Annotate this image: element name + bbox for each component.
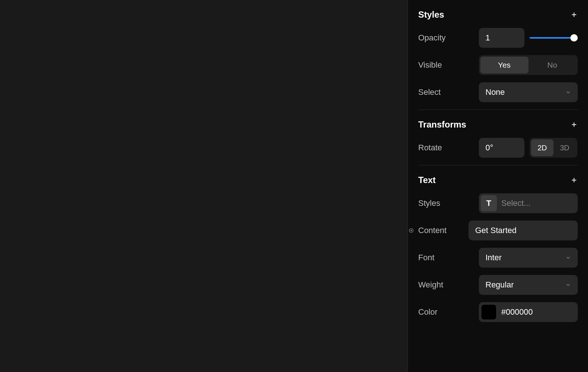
rotate-3d-button[interactable]: 3D	[553, 139, 576, 156]
font-value: Inter	[485, 253, 502, 262]
chevron-down-icon	[565, 255, 571, 261]
row-select: Select None	[418, 82, 578, 102]
color-label: Color	[418, 307, 438, 317]
section-styles: Styles Opacity Vi	[418, 10, 578, 102]
select-value: None	[485, 87, 505, 97]
row-content: Content	[418, 221, 578, 240]
section-text: Text Styles T Select...	[418, 175, 578, 322]
app-root: Styles Opacity Vi	[0, 0, 588, 372]
visible-yes-button[interactable]: Yes	[480, 57, 528, 74]
chevron-down-icon	[565, 282, 571, 288]
section-header-styles: Styles	[418, 10, 578, 20]
section-title-styles: Styles	[418, 10, 444, 20]
text-icon: T	[481, 195, 497, 211]
override-icon[interactable]	[408, 227, 415, 234]
content-label: Content	[418, 226, 447, 235]
row-text-styles: Styles T Select...	[418, 193, 578, 213]
select-dropdown[interactable]: None	[479, 82, 578, 102]
row-rotate: Rotate 2D 3D	[418, 138, 578, 158]
text-styles-label: Styles	[418, 198, 440, 208]
row-color: Color #000000	[418, 302, 578, 322]
design-canvas[interactable]	[0, 0, 408, 372]
section-title-text: Text	[418, 175, 436, 185]
opacity-label: Opacity	[418, 33, 446, 43]
slider-thumb[interactable]	[570, 34, 578, 42]
plus-icon[interactable]	[570, 176, 578, 184]
rotate-label: Rotate	[418, 143, 442, 153]
properties-panel: Styles Opacity Vi	[408, 0, 588, 372]
row-opacity: Opacity	[418, 28, 578, 48]
section-transforms: Transforms Rotate 2D 3D	[418, 119, 578, 158]
rotate-input[interactable]	[479, 138, 524, 158]
section-title-transforms: Transforms	[418, 119, 466, 130]
weight-dropdown[interactable]: Regular	[479, 275, 578, 295]
color-picker[interactable]: #000000	[479, 302, 578, 322]
font-dropdown[interactable]: Inter	[479, 248, 578, 268]
text-style-picker[interactable]: T Select...	[479, 193, 578, 213]
divider	[418, 165, 578, 165]
section-header-text: Text	[418, 175, 578, 185]
plus-icon[interactable]	[570, 121, 578, 128]
visible-no-button[interactable]: No	[528, 57, 577, 74]
divider	[418, 110, 578, 110]
select-label: Select	[418, 87, 441, 97]
weight-value: Regular	[485, 280, 514, 290]
section-header-transforms: Transforms	[418, 119, 578, 130]
opacity-slider[interactable]	[530, 34, 578, 42]
color-swatch[interactable]	[481, 305, 496, 319]
color-value: #000000	[501, 307, 533, 317]
content-input[interactable]	[469, 221, 578, 240]
visible-label: Visible	[418, 60, 442, 70]
rotate-2d-button[interactable]: 2D	[531, 139, 553, 156]
opacity-input[interactable]	[479, 28, 524, 48]
weight-label: Weight	[418, 280, 443, 290]
font-label: Font	[418, 253, 434, 262]
plus-icon[interactable]	[570, 11, 578, 18]
text-style-placeholder: Select...	[501, 198, 530, 208]
rotate-mode-toggle: 2D 3D	[530, 138, 577, 158]
visible-toggle: Yes No	[479, 55, 578, 75]
row-visible: Visible Yes No	[418, 55, 578, 75]
chevron-down-icon	[565, 89, 571, 95]
row-weight: Weight Regular	[418, 275, 578, 295]
row-font: Font Inter	[418, 248, 578, 268]
